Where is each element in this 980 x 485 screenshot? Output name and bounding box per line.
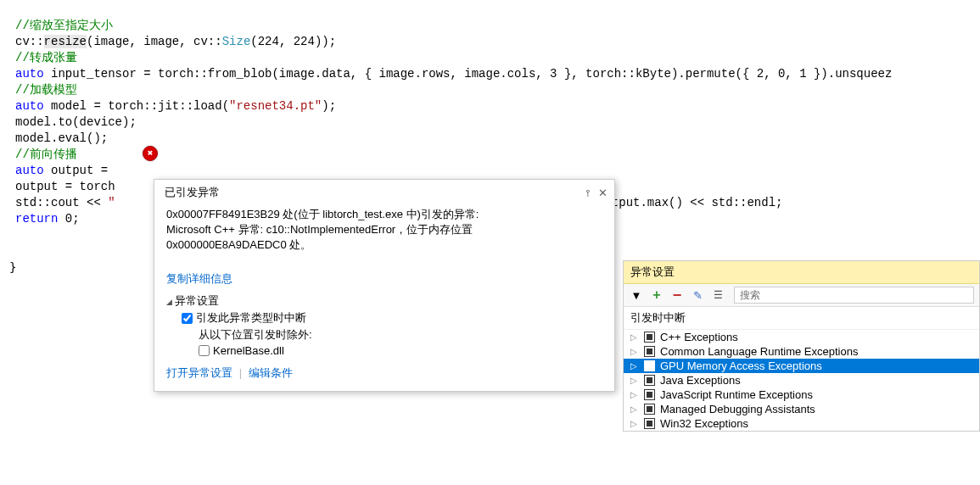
break-when-thrown-label: 引发此异常类型时中断 bbox=[196, 310, 306, 326]
break-when-thrown-checkbox[interactable] bbox=[182, 313, 193, 324]
category-checkbox[interactable] bbox=[644, 375, 655, 386]
msg-line: 0x000000E8A9DAEDC0 处。 bbox=[166, 237, 602, 253]
category-checkbox[interactable] bbox=[644, 404, 655, 415]
code-text: input_tensor = torch::from_blob(image.da… bbox=[44, 67, 893, 81]
code-type: Size bbox=[222, 35, 251, 48]
exception-error-icon[interactable] bbox=[143, 146, 158, 161]
edit-icon[interactable]: ✎ bbox=[690, 287, 705, 303]
copy-details-link[interactable]: 复制详细信息 bbox=[166, 271, 602, 287]
code-text: ); bbox=[322, 99, 336, 113]
exception-settings-toggle[interactable]: 异常设置 bbox=[166, 293, 602, 309]
code-keyword: return bbox=[15, 212, 58, 226]
category-label: Managed Debugging Assistants bbox=[660, 403, 815, 415]
exception-category-gpu[interactable]: ▷ GPU Memory Access Exceptions bbox=[624, 359, 979, 373]
category-label: C++ Exceptions bbox=[660, 331, 738, 343]
divider: | bbox=[239, 366, 242, 379]
pin-icon[interactable]: ⫯ bbox=[585, 187, 591, 199]
category-label: Win32 Exceptions bbox=[660, 417, 748, 430]
category-checkbox[interactable] bbox=[644, 418, 655, 429]
expand-icon[interactable]: ▷ bbox=[630, 419, 639, 428]
code-string: " bbox=[108, 196, 115, 209]
code-keyword: auto bbox=[15, 67, 44, 81]
code-comment: //前向传播 bbox=[15, 148, 77, 161]
code-keyword: auto bbox=[15, 99, 44, 113]
expand-icon[interactable]: ▷ bbox=[630, 404, 639, 414]
msg-line: 0x00007FF8491E3B29 处(位于 libtorch_test.ex… bbox=[166, 207, 602, 222]
exception-category-js[interactable]: ▷ JavaScript Runtime Exceptions bbox=[624, 387, 979, 402]
code-string: "resnet34.pt" bbox=[229, 99, 322, 113]
category-label: Common Language Runtime Exceptions bbox=[660, 345, 858, 358]
code-comment: //加载模型 bbox=[15, 83, 77, 97]
code-text: output = torch bbox=[15, 180, 115, 193]
expand-icon[interactable]: ▷ bbox=[630, 332, 639, 342]
code-comment: //转成张量 bbox=[15, 51, 77, 64]
code-brace: } bbox=[9, 260, 16, 274]
code-text: (224, 224)); bbox=[250, 35, 336, 48]
list-icon[interactable]: ☰ bbox=[710, 287, 725, 303]
code-text: 0; bbox=[58, 212, 79, 226]
code-text: model = torch::jit::load( bbox=[44, 99, 229, 113]
code-text: model.to(device); bbox=[15, 115, 137, 129]
filter-icon[interactable]: ▼ bbox=[629, 287, 644, 303]
category-label: JavaScript Runtime Exceptions bbox=[660, 388, 813, 401]
code-text: resize bbox=[44, 35, 87, 48]
column-header: 引发时中断 bbox=[624, 307, 979, 330]
category-checkbox[interactable] bbox=[644, 389, 655, 400]
msg-line: Microsoft C++ 异常: c10::NotImplementedErr… bbox=[166, 222, 602, 237]
exception-settings-panel: 异常设置 ▼ + − ✎ ☰ 引发时中断 ▷ C++ Exceptions ▷ … bbox=[623, 260, 980, 432]
exception-list: ▷ C++ Exceptions ▷ Common Language Runti… bbox=[624, 330, 979, 431]
search-input[interactable] bbox=[734, 287, 974, 304]
popup-title-text: 已引发异常 bbox=[165, 185, 220, 200]
exception-category-win32[interactable]: ▷ Win32 Exceptions bbox=[624, 416, 979, 431]
code-text: model.eval(); bbox=[15, 131, 108, 145]
exception-popup: 已引发异常 ⫯ ✕ 0x00007FF8491E3B29 处(位于 libtor… bbox=[154, 179, 615, 392]
code-comment: //缩放至指定大小 bbox=[15, 19, 113, 32]
open-exception-settings-link[interactable]: 打开异常设置 bbox=[166, 366, 232, 379]
panel-toolbar: ▼ + − ✎ ☰ bbox=[624, 284, 979, 307]
code-text: output = bbox=[44, 164, 115, 177]
category-label: GPU Memory Access Exceptions bbox=[660, 360, 822, 372]
category-label: Java Exceptions bbox=[660, 374, 741, 387]
code-text: std::cout << bbox=[15, 196, 108, 209]
expand-icon[interactable]: ▷ bbox=[630, 347, 639, 356]
code-text: output.max() << std::endl; bbox=[591, 196, 783, 209]
popup-titlebar: 已引发异常 ⫯ ✕ bbox=[154, 180, 614, 205]
expand-icon[interactable]: ▷ bbox=[630, 361, 639, 371]
expand-icon[interactable]: ▷ bbox=[630, 376, 639, 385]
remove-icon[interactable]: − bbox=[669, 287, 685, 303]
edit-conditions-link[interactable]: 编辑条件 bbox=[249, 366, 293, 379]
kernelbase-checkbox[interactable] bbox=[199, 345, 210, 356]
panel-title: 异常设置 bbox=[624, 261, 979, 284]
expand-icon[interactable]: ▷ bbox=[630, 390, 639, 399]
exception-category-mda[interactable]: ▷ Managed Debugging Assistants bbox=[624, 402, 979, 416]
close-icon[interactable]: ✕ bbox=[598, 187, 608, 199]
exception-category-java[interactable]: ▷ Java Exceptions bbox=[624, 373, 979, 387]
kernelbase-label: KernelBase.dll bbox=[213, 344, 284, 357]
except-from-label: 从以下位置引发时除外: bbox=[199, 327, 602, 343]
exception-category-cpp[interactable]: ▷ C++ Exceptions bbox=[624, 330, 979, 344]
exception-message: 0x00007FF8491E3B29 处(位于 libtorch_test.ex… bbox=[166, 207, 602, 253]
code-keyword: auto bbox=[15, 164, 44, 177]
add-icon[interactable]: + bbox=[649, 287, 664, 303]
code-text: (image, image, cv:: bbox=[87, 35, 222, 48]
code-text: cv:: bbox=[15, 35, 44, 48]
category-checkbox[interactable] bbox=[644, 332, 655, 343]
category-checkbox[interactable] bbox=[644, 360, 655, 371]
category-checkbox[interactable] bbox=[644, 346, 655, 357]
exception-category-clr[interactable]: ▷ Common Language Runtime Exceptions bbox=[624, 344, 979, 359]
